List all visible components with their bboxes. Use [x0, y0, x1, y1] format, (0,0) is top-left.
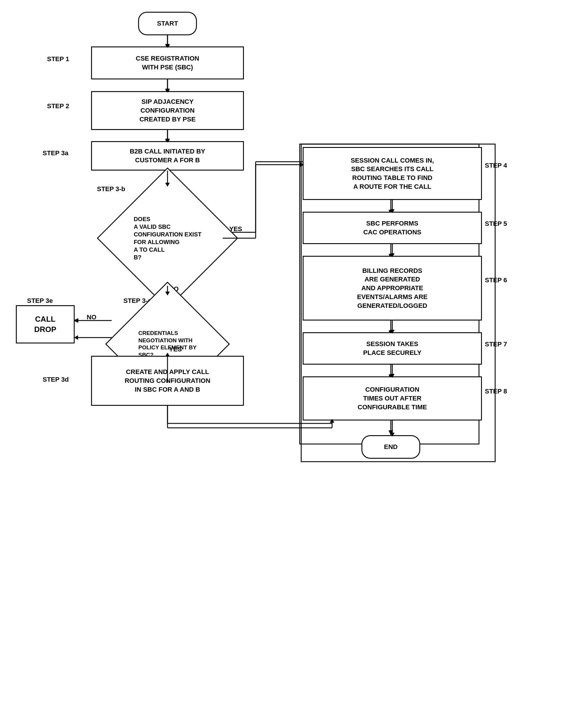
step2-box: SIP ADJACENCY CONFIGURATION CREATED BY P…: [91, 91, 244, 130]
step3b-text: DOES A VALID SBC CONFIGURATION EXIST FOR…: [134, 215, 202, 261]
step1-label: STEP 1: [47, 55, 69, 63]
step2-text: SIP ADJACENCY CONFIGURATION CREATED BY P…: [135, 95, 200, 126]
step5-text: SBC PERFORMS CAC OPERATIONS: [359, 217, 425, 239]
step8-box: CONFIGURATION TIMES OUT AFTER CONFIGURAB…: [303, 376, 482, 421]
step7-label: STEP 7: [485, 341, 507, 348]
step3e-text: CALL DROP: [30, 312, 60, 337]
yes-label: YES: [229, 225, 242, 233]
step3e-label: STEP 3e: [27, 297, 53, 305]
no2-label: NO: [87, 314, 97, 321]
step3d-text: CREATE AND APPLY CALL ROUTING CONFIGURAT…: [121, 365, 214, 396]
step8-label: STEP 8: [485, 387, 507, 395]
step1-text: CSE REGISTRATION WITH PSE (SBC): [132, 52, 203, 74]
arrows-precise: [0, 0, 588, 726]
end-shape: END: [361, 435, 420, 459]
step4-text: SESSION CALL COMES IN, SBC SEARCHES ITS …: [346, 154, 438, 194]
step5-box: SBC PERFORMS CAC OPERATIONS: [303, 212, 482, 244]
svg-marker-31: [389, 430, 393, 435]
step6-text: BILLING RECORDS ARE GENERATED AND APPROP…: [353, 264, 432, 312]
step3c-text: CREDENTIALS NEGOTIATION WITH POLICY ELEM…: [139, 330, 196, 359]
step3a-label: STEP 3a: [43, 149, 68, 157]
arrows-layer: [0, 0, 588, 726]
step1-box: CSE REGISTRATION WITH PSE (SBC): [91, 46, 244, 79]
step8-text: CONFIGURATION TIMES OUT AFTER CONFIGURAB…: [354, 383, 431, 414]
end-label: END: [380, 440, 402, 454]
step3b-diamond-wrapper: DOES A VALID SBC CONFIGURATION EXIST FOR…: [112, 185, 223, 291]
svg-marker-48: [74, 336, 78, 340]
start-label: START: [153, 17, 182, 30]
step3d-label: STEP 3d: [43, 376, 69, 383]
step3a-box: B2B CALL INITIATED BY CUSTOMER A FOR B: [91, 141, 244, 170]
step4-box: SESSION CALL COMES IN, SBC SEARCHES ITS …: [303, 147, 482, 200]
diagram-container: START STEP 1 CSE REGISTRATION WITH PSE (…: [0, 0, 588, 726]
step4-label: STEP 4: [485, 162, 507, 169]
step2-label: STEP 2: [47, 102, 69, 110]
step3d-box: CREATE AND APPLY CALL ROUTING CONFIGURAT…: [91, 356, 244, 406]
yes2-label: YES: [169, 345, 182, 353]
step7-box: SESSION TAKES PLACE SECURELY: [303, 332, 482, 365]
start-shape: START: [138, 12, 197, 35]
step7-text: SESSION TAKES PLACE SECURELY: [359, 337, 425, 359]
step5-label: STEP 5: [485, 220, 507, 227]
step6-label: STEP 6: [485, 277, 507, 284]
step6-box: BILLING RECORDS ARE GENERATED AND APPROP…: [303, 256, 482, 321]
step3a-text: B2B CALL INITIATED BY CUSTOMER A FOR B: [125, 145, 209, 167]
step3e-box: CALL DROP: [16, 305, 75, 343]
